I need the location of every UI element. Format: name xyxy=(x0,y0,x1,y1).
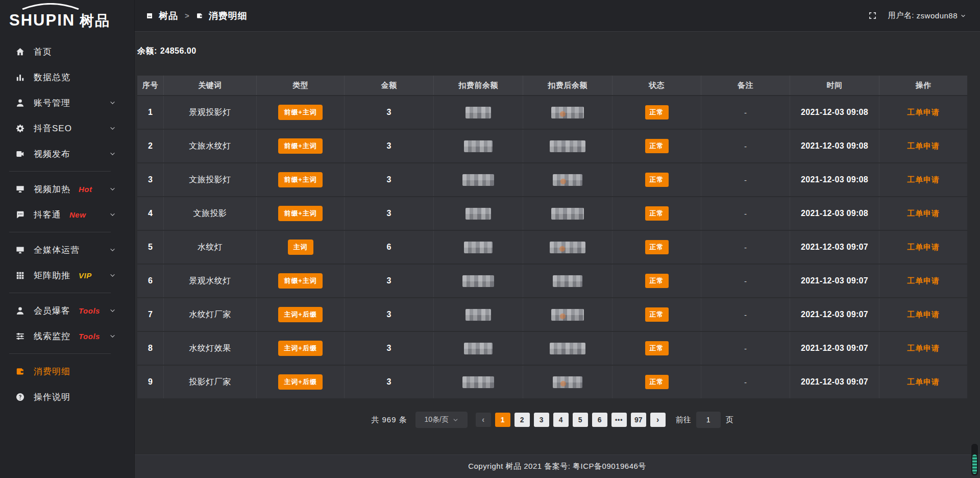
page-button-5[interactable]: 5 xyxy=(573,413,588,427)
sidebar-item-label: 账号管理 xyxy=(34,97,70,109)
chevron-down-icon xyxy=(109,333,116,340)
table-row: 2文旅水纹灯前缀+主词3正常-2021-12-03 09:08工单申请 xyxy=(137,130,967,163)
chevron-left-icon: ‹ xyxy=(482,416,484,424)
status-badge: 正常 xyxy=(645,341,669,355)
redacted-balance xyxy=(550,242,585,253)
cell-keyword: 水纹灯厂家 xyxy=(164,298,257,331)
goto-page-input[interactable] xyxy=(696,412,721,428)
table-row: 9投影灯厂家主词+后缀3正常-2021-12-03 09:07工单申请 xyxy=(137,366,967,399)
type-badge: 主词+后缀 xyxy=(278,341,323,356)
sidebar-item-label: 消费明细 xyxy=(34,366,70,377)
column-header-2: 类型 xyxy=(257,76,345,95)
cell-amount: 3 xyxy=(345,163,434,196)
work-order-link[interactable]: 工单申请 xyxy=(907,377,940,387)
page-button-2[interactable]: 2 xyxy=(514,413,530,427)
sidebar-item-douketong[interactable]: 抖客通New xyxy=(0,202,134,227)
cell-index: 8 xyxy=(137,332,164,365)
sidebar-item-label: 数据总览 xyxy=(34,71,70,83)
work-order-link[interactable]: 工单申请 xyxy=(907,310,940,320)
page-button-97[interactable]: 97 xyxy=(631,413,646,427)
user-icon xyxy=(15,98,25,108)
work-order-link[interactable]: 工单申请 xyxy=(907,209,940,219)
work-order-link[interactable]: 工单申请 xyxy=(907,175,940,185)
fullscreen-icon[interactable] xyxy=(868,11,877,20)
redacted-balance xyxy=(462,174,494,186)
work-order-link[interactable]: 工单申请 xyxy=(907,108,940,117)
cell-keyword: 文旅投影灯 xyxy=(164,163,257,196)
prev-page-button[interactable]: ‹ xyxy=(476,413,491,427)
cell-status: 正常 xyxy=(612,366,701,398)
sidebar-item-matrix-boost[interactable]: 矩阵助推VIP xyxy=(0,262,134,288)
page-button-3[interactable]: 3 xyxy=(534,413,549,427)
dashboard-square-icon xyxy=(146,12,153,19)
work-order-link[interactable]: 工单申请 xyxy=(907,276,940,286)
cell-note: - xyxy=(701,130,790,162)
type-badge: 前缀+主词 xyxy=(278,206,323,221)
sidebar-item-badge: Hot xyxy=(79,185,92,194)
redacted-balance xyxy=(465,107,491,118)
cell-index: 9 xyxy=(137,366,164,398)
wallet-icon xyxy=(196,12,203,19)
screen-icon xyxy=(15,184,25,194)
cell-post-balance xyxy=(523,366,612,398)
cell-index: 6 xyxy=(137,265,164,297)
chevron-down-icon xyxy=(109,151,116,157)
breadcrumb-item-root[interactable]: 树品 xyxy=(159,10,178,22)
redacted-balance xyxy=(462,275,494,287)
table-row: 1景观投影灯前缀+主词3正常-2021-12-03 09:08工单申请 xyxy=(137,96,967,130)
sidebar-item-clue-monitor[interactable]: 线索监控Tools xyxy=(0,323,134,349)
goto-suffix: 页 xyxy=(726,415,733,425)
page-button-6[interactable]: 6 xyxy=(592,413,607,427)
redacted-balance xyxy=(551,208,584,220)
main-content: 余额:24856.00 序号关键词类型金额扣费前余额扣费后余额状态备注时间操作 … xyxy=(134,32,980,428)
cell-amount: 3 xyxy=(345,265,434,297)
sidebar-item-video-heat[interactable]: 视频加热Hot xyxy=(0,176,134,202)
cell-index: 7 xyxy=(137,298,164,331)
sidebar-item-home[interactable]: 首页 xyxy=(0,39,134,64)
video-camera-icon xyxy=(15,149,25,159)
cell-keyword: 景观水纹灯 xyxy=(164,265,257,297)
page-button-1[interactable]: 1 xyxy=(495,413,510,427)
sidebar-item-all-media-operation[interactable]: 全媒体运营 xyxy=(0,237,134,262)
sidebar-item-consumption-detail[interactable]: 消费明细 xyxy=(0,358,134,384)
table-row: 8水纹灯效果主词+后缀3正常-2021-12-03 09:07工单申请 xyxy=(137,332,967,366)
cell-keyword: 文旅水纹灯 xyxy=(164,130,257,162)
page-ellipsis-button[interactable]: ••• xyxy=(611,413,627,427)
scrollbar-thumb[interactable] xyxy=(971,443,978,476)
cell-pre-balance xyxy=(434,265,523,297)
work-order-link[interactable]: 工单申请 xyxy=(907,243,940,252)
cell-post-balance xyxy=(523,332,612,365)
next-page-button[interactable]: › xyxy=(650,413,666,427)
sidebar-item-douyin-seo[interactable]: 抖音SEO xyxy=(0,115,134,141)
cell-keyword: 水纹灯效果 xyxy=(164,332,257,365)
sidebar-item-video-publish[interactable]: 视频发布 xyxy=(0,141,134,166)
cell-keyword: 投影灯厂家 xyxy=(164,366,257,398)
sidebar-item-instructions[interactable]: 操作说明 xyxy=(0,384,134,410)
page-button-4[interactable]: 4 xyxy=(553,413,569,427)
cell-index: 1 xyxy=(137,96,164,129)
cell-note: - xyxy=(701,265,790,297)
scrollbar-stripes xyxy=(972,455,977,474)
work-order-link[interactable]: 工单申请 xyxy=(907,344,940,353)
type-badge: 前缀+主词 xyxy=(278,138,323,154)
sidebar-item-data-overview[interactable]: 数据总览 xyxy=(0,64,134,90)
sidebar-item-member-baoke[interactable]: 会员爆客Tools xyxy=(0,298,134,323)
sidebar-item-badge: Tools xyxy=(79,332,100,341)
status-badge: 正常 xyxy=(645,206,669,221)
sidebar-item-label: 会员爆客 xyxy=(34,305,70,317)
sidebar-item-label: 首页 xyxy=(34,46,52,58)
work-order-link[interactable]: 工单申请 xyxy=(907,141,940,151)
cell-amount: 3 xyxy=(345,197,434,230)
cell-note: - xyxy=(701,163,790,196)
cell-note: - xyxy=(701,332,790,365)
cell-post-balance xyxy=(523,231,612,264)
user-area: 用户名: zswodun88 xyxy=(868,11,966,20)
user-menu[interactable]: 用户名: zswodun88 xyxy=(888,11,966,20)
page-size-select[interactable]: 10条/页 xyxy=(415,412,468,428)
cell-action: 工单申请 xyxy=(879,163,967,196)
sidebar-item-account-manage[interactable]: 账号管理 xyxy=(0,90,134,115)
status-badge: 正常 xyxy=(645,274,669,288)
cell-action: 工单申请 xyxy=(879,298,967,331)
breadcrumb-item-current: 消费明细 xyxy=(209,10,248,22)
cell-keyword: 文旅投影 xyxy=(164,197,257,230)
